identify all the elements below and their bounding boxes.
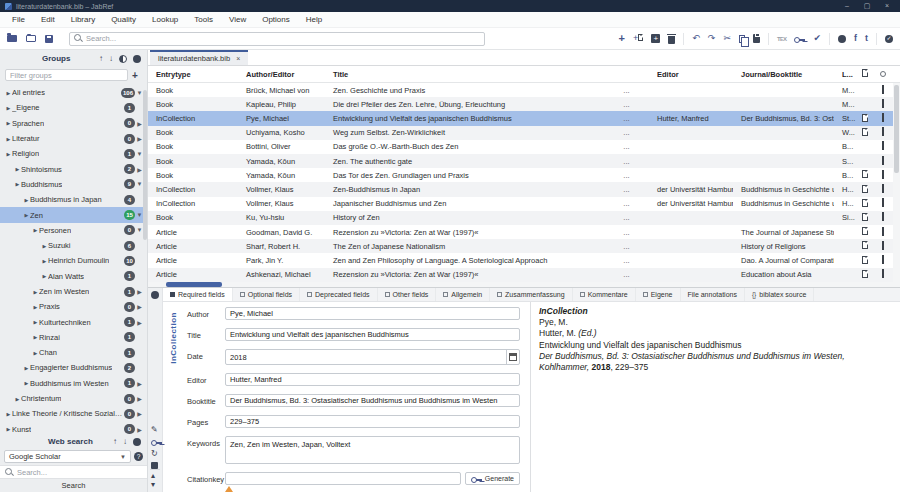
field-input-booktitle[interactable]: Der Buddhismus, Bd. 3: Ostasiatischer Bu… bbox=[225, 394, 520, 407]
group-item-chan[interactable]: ▶Chan1 bbox=[0, 345, 147, 360]
web-search-box[interactable] bbox=[0, 465, 147, 479]
field-input-pages[interactable]: 229–375 bbox=[225, 415, 520, 428]
save-library-icon[interactable] bbox=[45, 35, 53, 43]
minimize-button[interactable]: – bbox=[839, 0, 855, 12]
menu-item-options[interactable]: Options bbox=[254, 12, 298, 28]
file-cell[interactable] bbox=[856, 270, 874, 280]
group-item-zen-im-westen[interactable]: ▶Zen im Westen1▶ bbox=[0, 284, 147, 299]
file-icon[interactable] bbox=[862, 114, 868, 122]
tab-close-icon[interactable]: × bbox=[236, 55, 240, 62]
menu-item-lookup[interactable]: Lookup bbox=[144, 12, 186, 28]
table-row[interactable]: InCollectionVollmer, KlausJapanischer Bu… bbox=[148, 197, 900, 211]
intersection-icon[interactable] bbox=[119, 55, 127, 63]
editor-tab-other-fields[interactable]: Other fields bbox=[378, 288, 437, 301]
library-tab[interactable]: literaturdatenbank.bib × bbox=[150, 50, 248, 65]
menu-item-file[interactable]: File bbox=[4, 12, 33, 28]
cut-icon[interactable]: ✂ bbox=[723, 34, 731, 43]
library-icon[interactable] bbox=[151, 462, 158, 469]
menu-item-view[interactable]: View bbox=[221, 12, 254, 28]
table-row[interactable]: BookUchiyama, KoshoWeg zum Selbst. Zen-W… bbox=[148, 126, 900, 140]
table-row[interactable]: InCollectionVollmer, KlausZen-Buddhismus… bbox=[148, 182, 900, 196]
table-row[interactable]: BookKapleau, PhilipDie drei Pfeiler des … bbox=[148, 97, 900, 111]
tex-icon[interactable]: TEX bbox=[777, 36, 787, 42]
expander-icon[interactable]: ▶ bbox=[135, 288, 144, 295]
field-input-author[interactable]: Pye, Michael bbox=[225, 307, 520, 320]
column-header-file-icon[interactable] bbox=[856, 69, 874, 79]
expander-icon[interactable]: ▶ bbox=[135, 303, 144, 310]
close-button[interactable]: × bbox=[879, 0, 895, 12]
add-group-button[interactable]: + bbox=[128, 70, 142, 81]
add-entry-icon[interactable]: + bbox=[651, 34, 660, 43]
editor-tab-optional-fields[interactable]: Optional fields bbox=[233, 288, 300, 301]
maximize-button[interactable]: ▢ bbox=[859, 0, 875, 12]
table-row[interactable]: ArticleSharf, Robert H.The Zen of Japane… bbox=[148, 239, 900, 253]
undo-icon[interactable]: ↶ bbox=[692, 34, 700, 43]
new-entry-icon[interactable]: + bbox=[619, 33, 625, 44]
facebook-icon[interactable]: f bbox=[854, 34, 857, 43]
group-item-all-entries[interactable]: ▶All entries106▼ bbox=[0, 85, 147, 100]
editor-tab-kommentare[interactable]: Kommentare bbox=[573, 288, 636, 301]
group-item-shintoismus[interactable]: ▶Shintoismus2▶ bbox=[0, 161, 147, 176]
file-icon[interactable] bbox=[862, 227, 868, 235]
file-cell[interactable] bbox=[856, 227, 874, 237]
open-library-icon[interactable] bbox=[26, 35, 36, 42]
file-cell[interactable] bbox=[856, 114, 874, 124]
fetcher-help-icon[interactable]: ? bbox=[134, 452, 143, 461]
file-cell[interactable] bbox=[856, 241, 874, 251]
table-row[interactable]: BookBottini, OliverDas große O.-W.-Barth… bbox=[148, 140, 900, 154]
group-item-rinzai[interactable]: ▶Rinzai1 bbox=[0, 330, 147, 345]
global-search-box[interactable] bbox=[69, 32, 485, 46]
editor-tab-zusammenfassung[interactable]: Zusammenfassung bbox=[490, 288, 573, 301]
file-cell[interactable] bbox=[856, 128, 874, 138]
file-cell[interactable] bbox=[856, 170, 874, 180]
menu-item-tools[interactable]: Tools bbox=[186, 12, 221, 28]
calendar-button[interactable] bbox=[506, 350, 519, 364]
cleanup-icon[interactable]: ✔ bbox=[813, 34, 821, 43]
table-row[interactable]: BookYamada, KōunDas Tor des Zen. Grundla… bbox=[148, 168, 900, 182]
generate-citekey-icon[interactable] bbox=[794, 37, 805, 42]
sort-down-icon[interactable]: ↓ bbox=[109, 55, 113, 63]
table-vscrollbar[interactable] bbox=[893, 83, 900, 282]
group-item-kulturtechniken[interactable]: ▶Kulturtechniken1▶ bbox=[0, 314, 147, 329]
column-header-editor[interactable]: Editor bbox=[649, 70, 733, 79]
file-icon[interactable] bbox=[862, 199, 868, 207]
expander-icon[interactable]: ▶ bbox=[135, 319, 144, 326]
column-header-author-editor[interactable]: Author/Editor bbox=[238, 70, 325, 79]
field-input-editor[interactable]: Hutter, Manfred bbox=[225, 373, 520, 386]
twitter-icon[interactable]: t bbox=[865, 34, 868, 43]
new-entry-plaintext-icon[interactable]: + bbox=[633, 34, 643, 43]
group-item-buddhismus-im-westen[interactable]: ▶Buddhismus im Westen1▶ bbox=[0, 376, 147, 391]
group-item-heinrich-dumoulin[interactable]: ▶Heinrich Dumoulin10 bbox=[0, 253, 147, 268]
key-icon[interactable] bbox=[151, 440, 160, 445]
groups-settings-icon[interactable] bbox=[133, 55, 141, 63]
expander-icon[interactable]: ▶ bbox=[135, 395, 144, 402]
editor-tab-allgemein[interactable]: Allgemein bbox=[436, 288, 490, 301]
group-item-zen[interactable]: ▶Zen15▼ bbox=[0, 207, 147, 222]
table-row[interactable]: BookKu, Yu-hsiuHistory of Zen...Si... bbox=[148, 211, 900, 225]
hscroll-thumb[interactable] bbox=[166, 282, 222, 287]
editor-tab-eigene[interactable]: Eigene bbox=[636, 288, 681, 301]
menu-item-edit[interactable]: Edit bbox=[33, 12, 63, 28]
group-item-alan-watts[interactable]: ▶Alan Watts1 bbox=[0, 269, 147, 284]
menu-item-quality[interactable]: Quality bbox=[103, 12, 144, 28]
collapse-down-icon[interactable]: ▾ bbox=[151, 481, 155, 489]
field-input-title[interactable]: Entwicklung und Vielfalt des japanischen… bbox=[225, 328, 520, 341]
editor-tab-deprecated-fields[interactable]: Deprecated fields bbox=[300, 288, 377, 301]
file-icon[interactable] bbox=[862, 256, 868, 264]
new-library-icon[interactable] bbox=[7, 35, 17, 42]
file-icon[interactable] bbox=[862, 241, 868, 249]
field-input-keywords[interactable]: Zen, Zen im Westen, Japan, Volltext bbox=[225, 436, 520, 464]
web-search-settings-icon[interactable] bbox=[133, 438, 141, 446]
pencil-icon[interactable]: ✎ bbox=[151, 426, 158, 434]
file-icon[interactable] bbox=[862, 128, 868, 136]
donate-icon[interactable] bbox=[885, 35, 893, 43]
delete-entry-icon[interactable] bbox=[668, 36, 675, 44]
editor-tab-biblatex-source[interactable]: {}biblatex source bbox=[745, 288, 814, 301]
field-input-citationkey[interactable] bbox=[225, 472, 461, 485]
group-item-personen[interactable]: ▶Personen0▼ bbox=[0, 223, 147, 238]
file-icon[interactable] bbox=[862, 213, 868, 221]
group-item-kunst[interactable]: ▶Kunst0▶ bbox=[0, 422, 147, 434]
table-row[interactable]: BookBrück, Michael vonZen. Geschichte un… bbox=[148, 83, 900, 97]
search-input[interactable] bbox=[86, 34, 480, 43]
column-header-title[interactable]: Title bbox=[325, 70, 604, 79]
